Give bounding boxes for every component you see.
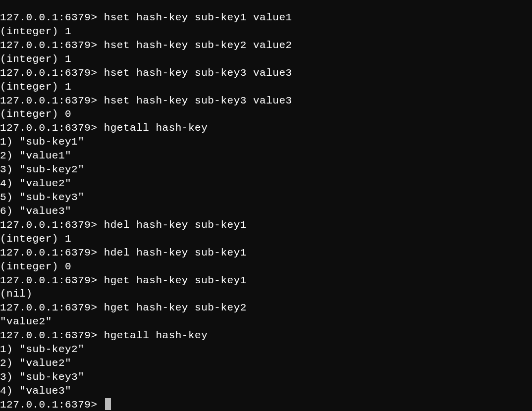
terminal-line: 127.0.0.1:6379> hdel hash-key sub-key1 bbox=[0, 218, 532, 232]
terminal-line: 1) "sub-key2" bbox=[0, 343, 532, 357]
terminal-command: hdel hash-key sub-key1 bbox=[98, 218, 247, 232]
terminal-line: 127.0.0.1:6379> hget hash-key sub-key1 bbox=[0, 274, 532, 288]
terminal-output: 5) "sub-key3" bbox=[0, 191, 84, 205]
terminal-prompt: 127.0.0.1:6379> bbox=[0, 274, 98, 288]
terminal-prompt: 127.0.0.1:6379> bbox=[0, 39, 98, 52]
terminal-command: hset hash-key sub-key3 value3 bbox=[98, 94, 292, 108]
terminal-output: 3) "sub-key3" bbox=[0, 370, 84, 384]
terminal-output: (integer) 1 bbox=[0, 80, 71, 94]
terminal-line: 127.0.0.1:6379> bbox=[0, 398, 532, 411]
terminal-command: hset hash-key sub-key1 value1 bbox=[98, 11, 292, 25]
terminal-line: 127.0.0.1:6379> hgetall hash-key bbox=[0, 121, 532, 135]
terminal-line: (integer) 1 bbox=[0, 25, 532, 39]
terminal-prompt: 127.0.0.1:6379> bbox=[0, 218, 98, 232]
terminal-cursor bbox=[105, 398, 111, 410]
terminal-prompt: 127.0.0.1:6379> bbox=[0, 301, 98, 315]
terminal-line: 3) "sub-key2" bbox=[0, 163, 532, 177]
terminal-output: (integer) 1 bbox=[0, 52, 71, 66]
terminal-line: (integer) 0 bbox=[0, 107, 532, 121]
terminal-command: hset hash-key sub-key3 value3 bbox=[98, 66, 292, 80]
terminal-line: 127.0.0.1:6379> hset hash-key sub-key2 v… bbox=[0, 39, 532, 52]
terminal-output: 3) "sub-key2" bbox=[0, 163, 84, 177]
terminal-command: hget hash-key sub-key2 bbox=[98, 301, 247, 315]
terminal-line: 3) "sub-key3" bbox=[0, 370, 532, 384]
terminal-output: 1) "sub-key2" bbox=[0, 343, 84, 357]
terminal-command: hgetall hash-key bbox=[98, 121, 208, 135]
terminal-window[interactable]: 127.0.0.1:6379> hset hash-key sub-key1 v… bbox=[0, 11, 532, 411]
terminal-prompt: 127.0.0.1:6379> bbox=[0, 246, 98, 260]
terminal-output: 1) "sub-key1" bbox=[0, 135, 84, 149]
terminal-line: (integer) 1 bbox=[0, 52, 532, 66]
terminal-output: (integer) 1 bbox=[0, 25, 71, 39]
terminal-command: hgetall hash-key bbox=[98, 329, 208, 343]
terminal-line: 2) "value1" bbox=[0, 149, 532, 163]
terminal-prompt: 127.0.0.1:6379> bbox=[0, 11, 98, 25]
terminal-prompt: 127.0.0.1:6379> bbox=[0, 94, 98, 108]
terminal-line: 127.0.0.1:6379> hset hash-key sub-key3 v… bbox=[0, 94, 532, 108]
terminal-output: 2) "value2" bbox=[0, 357, 71, 370]
terminal-command: hdel hash-key sub-key1 bbox=[98, 246, 247, 260]
terminal-line: (integer) 0 bbox=[0, 260, 532, 274]
terminal-line: 5) "sub-key3" bbox=[0, 191, 532, 205]
terminal-line: (nil) bbox=[0, 287, 532, 301]
terminal-output: (integer) 0 bbox=[0, 260, 71, 274]
terminal-output: (integer) 1 bbox=[0, 232, 71, 246]
terminal-line: 4) "value2" bbox=[0, 177, 532, 191]
terminal-prompt: 127.0.0.1:6379> bbox=[0, 121, 98, 135]
terminal-line: 2) "value2" bbox=[0, 357, 532, 370]
terminal-line: 1) "sub-key1" bbox=[0, 135, 532, 149]
terminal-line: "value2" bbox=[0, 315, 532, 329]
terminal-output: 4) "value3" bbox=[0, 384, 71, 398]
terminal-line: 127.0.0.1:6379> hset hash-key sub-key1 v… bbox=[0, 11, 532, 25]
terminal-prompt: 127.0.0.1:6379> bbox=[0, 66, 98, 80]
terminal-line: (integer) 1 bbox=[0, 80, 532, 94]
terminal-line: 6) "value3" bbox=[0, 205, 532, 218]
terminal-line: 4) "value3" bbox=[0, 384, 532, 398]
terminal-line: 127.0.0.1:6379> hgetall hash-key bbox=[0, 329, 532, 343]
terminal-line: (integer) 1 bbox=[0, 232, 532, 246]
terminal-command[interactable] bbox=[98, 398, 104, 411]
terminal-line: 127.0.0.1:6379> hdel hash-key sub-key1 bbox=[0, 246, 532, 260]
terminal-output: (integer) 0 bbox=[0, 107, 71, 121]
terminal-command: hget hash-key sub-key1 bbox=[98, 274, 247, 288]
terminal-line: 127.0.0.1:6379> hset hash-key sub-key3 v… bbox=[0, 66, 532, 80]
terminal-output: "value2" bbox=[0, 315, 52, 329]
terminal-output: 4) "value2" bbox=[0, 177, 71, 191]
terminal-command: hset hash-key sub-key2 value2 bbox=[98, 39, 292, 52]
terminal-line: 127.0.0.1:6379> hget hash-key sub-key2 bbox=[0, 301, 532, 315]
terminal-prompt: 127.0.0.1:6379> bbox=[0, 398, 98, 411]
terminal-output: 6) "value3" bbox=[0, 205, 71, 218]
terminal-output: (nil) bbox=[0, 287, 33, 301]
terminal-output: 2) "value1" bbox=[0, 149, 71, 163]
terminal-prompt: 127.0.0.1:6379> bbox=[0, 329, 98, 343]
